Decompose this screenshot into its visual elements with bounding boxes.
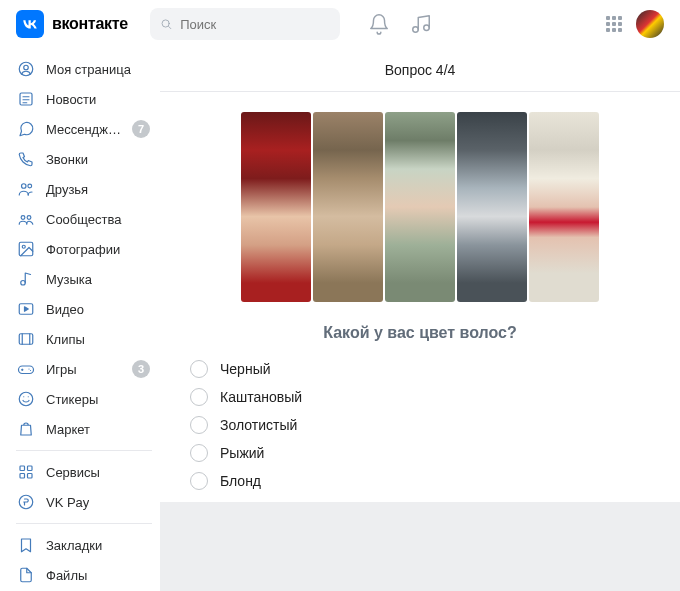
quiz-option[interactable]: Черный bbox=[190, 360, 652, 378]
badge: 3 bbox=[132, 360, 150, 378]
smile-icon bbox=[16, 389, 36, 409]
svg-point-11 bbox=[22, 245, 25, 248]
main-content: Вопрос 4/4 Какой у вас цвет волос? Черны… bbox=[160, 48, 680, 591]
question-text: Какой у вас цвет волос? bbox=[188, 324, 652, 342]
clips-icon bbox=[16, 329, 36, 349]
video-icon bbox=[16, 299, 36, 319]
quiz-option[interactable]: Блонд bbox=[190, 472, 652, 490]
sidebar: Моя страницаНовостиМессенджер7ЗвонкиДруз… bbox=[0, 48, 160, 591]
radio-icon bbox=[190, 472, 208, 490]
svg-point-1 bbox=[413, 27, 419, 33]
option-label: Золотистый bbox=[220, 417, 297, 433]
news-icon bbox=[16, 89, 36, 109]
search-icon bbox=[160, 17, 172, 31]
nav-label: Моя страница bbox=[46, 62, 131, 77]
option-label: Черный bbox=[220, 361, 271, 377]
sidebar-item[interactable]: Файлы bbox=[12, 560, 156, 590]
sidebar-item[interactable]: Игры3 bbox=[12, 354, 156, 384]
radio-icon bbox=[190, 360, 208, 378]
svg-rect-20 bbox=[28, 474, 33, 479]
photo-icon bbox=[16, 239, 36, 259]
logo[interactable]: вконтакте bbox=[16, 10, 128, 38]
friends-icon bbox=[16, 179, 36, 199]
chat-icon bbox=[16, 119, 36, 139]
nav-label: Музыка bbox=[46, 272, 92, 287]
nav-label: Друзья bbox=[46, 182, 88, 197]
sidebar-item[interactable]: Клипы bbox=[12, 324, 156, 354]
quiz-option[interactable]: Каштановый bbox=[190, 388, 652, 406]
sidebar-item[interactable]: Звонки bbox=[12, 144, 156, 174]
nav-label: Фотографии bbox=[46, 242, 120, 257]
sidebar-item[interactable]: Фотографии bbox=[12, 234, 156, 264]
community-icon bbox=[16, 209, 36, 229]
user-avatar[interactable] bbox=[636, 10, 664, 38]
nav-label: Закладки bbox=[46, 538, 102, 553]
badge: 7 bbox=[132, 120, 150, 138]
nav-label: Новости bbox=[46, 92, 96, 107]
sidebar-item[interactable]: Моя страница bbox=[12, 54, 156, 84]
search-input[interactable] bbox=[180, 17, 330, 32]
sidebar-item[interactable]: Закладки bbox=[12, 530, 156, 560]
divider bbox=[16, 523, 152, 524]
svg-point-8 bbox=[21, 216, 25, 220]
sidebar-item[interactable]: Музыка bbox=[12, 264, 156, 294]
sidebar-item[interactable]: Сообщества bbox=[12, 204, 156, 234]
user-circle-icon bbox=[16, 59, 36, 79]
music-note-icon bbox=[16, 269, 36, 289]
nav-label: Сообщества bbox=[46, 212, 122, 227]
sidebar-item[interactable]: Стикеры bbox=[12, 384, 156, 414]
services-icon bbox=[16, 462, 36, 482]
nav-label: Видео bbox=[46, 302, 84, 317]
option-label: Каштановый bbox=[220, 389, 302, 405]
nav-label: Клипы bbox=[46, 332, 85, 347]
nav-label: Маркет bbox=[46, 422, 90, 437]
sidebar-item[interactable]: VK Pay bbox=[12, 487, 156, 517]
nav-label: Игры bbox=[46, 362, 77, 377]
file-icon bbox=[16, 565, 36, 585]
options-list: ЧерныйКаштановыйЗолотистыйРыжийБлонд bbox=[188, 360, 652, 490]
question-counter: Вопрос 4/4 bbox=[160, 48, 680, 92]
apps-icon[interactable] bbox=[606, 16, 622, 32]
radio-icon bbox=[190, 388, 208, 406]
nav-label: Сервисы bbox=[46, 465, 100, 480]
quiz-option[interactable]: Рыжий bbox=[190, 444, 652, 462]
vk-logo-icon bbox=[16, 10, 44, 38]
nav-label: VK Pay bbox=[46, 495, 89, 510]
quiz-option[interactable]: Золотистый bbox=[190, 416, 652, 434]
sidebar-item[interactable]: Новости bbox=[12, 84, 156, 114]
svg-point-2 bbox=[424, 25, 430, 30]
option-label: Рыжий bbox=[220, 445, 264, 461]
bag-icon bbox=[16, 419, 36, 439]
svg-rect-18 bbox=[28, 466, 33, 471]
game-icon bbox=[16, 359, 36, 379]
bookmark-icon bbox=[16, 535, 36, 555]
phone-icon bbox=[16, 149, 36, 169]
sidebar-item[interactable]: Мессенджер7 bbox=[12, 114, 156, 144]
nav-label: Мессенджер bbox=[46, 122, 122, 137]
search-box[interactable] bbox=[150, 8, 340, 40]
svg-point-16 bbox=[19, 392, 33, 406]
sidebar-item[interactable]: Маркет bbox=[12, 414, 156, 444]
radio-icon bbox=[190, 444, 208, 462]
nav-label: Стикеры bbox=[46, 392, 98, 407]
top-header: вконтакте bbox=[0, 0, 680, 48]
radio-icon bbox=[190, 416, 208, 434]
svg-point-12 bbox=[21, 281, 26, 286]
nav-label: Звонки bbox=[46, 152, 88, 167]
svg-rect-17 bbox=[20, 466, 25, 471]
pay-icon bbox=[16, 492, 36, 512]
sidebar-item[interactable]: Видео bbox=[12, 294, 156, 324]
quiz-card: Вопрос 4/4 Какой у вас цвет волос? Черны… bbox=[160, 48, 680, 502]
brand-text: вконтакте bbox=[52, 15, 128, 33]
quiz-image bbox=[188, 112, 652, 302]
music-icon[interactable] bbox=[410, 13, 432, 35]
svg-rect-19 bbox=[20, 474, 25, 479]
divider bbox=[16, 450, 152, 451]
svg-point-4 bbox=[24, 65, 29, 70]
option-label: Блонд bbox=[220, 473, 261, 489]
nav-label: Файлы bbox=[46, 568, 87, 583]
sidebar-item[interactable]: Сервисы bbox=[12, 457, 156, 487]
svg-rect-14 bbox=[19, 334, 33, 345]
sidebar-item[interactable]: Друзья bbox=[12, 174, 156, 204]
bell-icon[interactable] bbox=[368, 13, 390, 35]
